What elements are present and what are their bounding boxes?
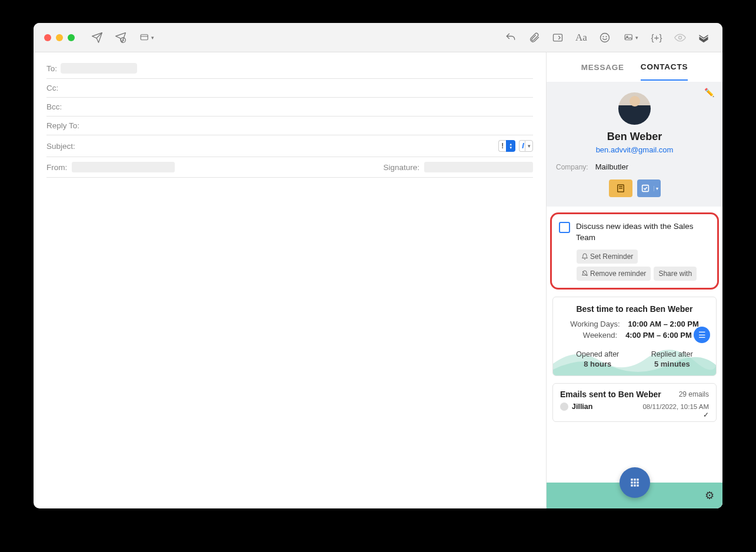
email-sender: Jillian bbox=[572, 403, 592, 411]
emoji-button[interactable] bbox=[597, 29, 613, 46]
minimize-window-button[interactable] bbox=[56, 34, 63, 41]
send-later-button[interactable] bbox=[112, 29, 129, 46]
task-item-highlighted: Discuss new ideas with the Sales Team Se… bbox=[550, 212, 719, 290]
bcc-label: Bcc: bbox=[46, 102, 62, 111]
svg-rect-23 bbox=[637, 484, 638, 486]
svg-rect-1 bbox=[141, 34, 148, 39]
svg-point-4 bbox=[601, 33, 610, 42]
photo-browser-button[interactable]: ▾ bbox=[620, 29, 641, 46]
from-label: From: bbox=[46, 163, 67, 172]
working-days-label: Working Days: bbox=[570, 320, 620, 328]
email-list-item[interactable]: Jillian 08/11/2022, 10:15 AM bbox=[560, 403, 709, 411]
attach-button[interactable] bbox=[526, 29, 542, 46]
cc-label: Cc: bbox=[46, 84, 58, 92]
priority-selector[interactable]: !▲▼ bbox=[498, 140, 515, 152]
contact-header: ✏️ Ben Weber ben.advvit@gmail.com Compan… bbox=[547, 82, 722, 207]
emails-sent-card: Emails sent to Ben Weber 29 emails Jilli… bbox=[552, 383, 717, 422]
svg-rect-22 bbox=[634, 484, 635, 486]
to-field[interactable]: To: bbox=[46, 58, 533, 79]
svg-rect-20 bbox=[637, 481, 638, 483]
reply-button[interactable] bbox=[502, 29, 519, 46]
contact-avatar bbox=[618, 92, 651, 125]
bcc-field[interactable]: Bcc: bbox=[46, 98, 533, 117]
svg-rect-17 bbox=[637, 478, 638, 480]
content-area: To: Cc: Bcc: Reply To: Subject: !▲▼ //▾ … bbox=[34, 52, 722, 508]
template-button[interactable]: {+} bbox=[648, 29, 665, 46]
sender-avatar bbox=[560, 403, 568, 411]
sidebar-panel: MESSAGE CONTACTS ✏️ Ben Weber ben.advvit… bbox=[546, 52, 722, 508]
signature-selector[interactable] bbox=[424, 162, 533, 172]
reply-to-field[interactable]: Reply To: bbox=[46, 117, 533, 135]
svg-point-9 bbox=[679, 36, 682, 39]
zoom-window-button[interactable] bbox=[68, 34, 75, 41]
weekend-value: 4:00 PM – 6:00 PM bbox=[625, 331, 692, 340]
reply-to-label: Reply To: bbox=[46, 121, 79, 130]
to-label: To: bbox=[46, 64, 57, 73]
share-with-button[interactable]: Share with bbox=[654, 267, 697, 281]
subject-label: Subject: bbox=[46, 142, 75, 151]
task-checkbox[interactable] bbox=[559, 222, 570, 233]
contact-name: Ben Weber bbox=[554, 131, 715, 143]
signature-label: Signature: bbox=[383, 163, 419, 172]
emails-count: 29 emails bbox=[679, 390, 709, 398]
svg-rect-15 bbox=[631, 478, 632, 480]
compose-pane: To: Cc: Bcc: Reply To: Subject: !▲▼ //▾ … bbox=[34, 52, 546, 508]
header-fields-button[interactable]: ▾ bbox=[136, 29, 157, 46]
company-label: Company: bbox=[556, 163, 588, 171]
svg-rect-19 bbox=[634, 481, 635, 483]
email-status-check-icon: ✓ bbox=[703, 411, 709, 419]
svg-rect-18 bbox=[631, 481, 632, 483]
window-toolbar: ▾ Aa ▾ {+} bbox=[34, 23, 722, 52]
from-signature-row: From: Signature: bbox=[46, 157, 533, 178]
read-receipt-selector[interactable]: //▾ bbox=[519, 140, 533, 152]
contact-email[interactable]: ben.advvit@gmail.com bbox=[554, 145, 715, 154]
svg-rect-7 bbox=[625, 34, 632, 39]
from-selector[interactable] bbox=[72, 162, 175, 172]
tab-contacts[interactable]: CONTACTS bbox=[641, 54, 688, 81]
to-value bbox=[61, 63, 137, 74]
weekend-label: Weekend: bbox=[577, 331, 617, 340]
apps-fab-button[interactable] bbox=[620, 467, 650, 498]
working-days-value: 10:00 AM – 2:00 PM bbox=[628, 320, 699, 328]
svg-point-5 bbox=[603, 36, 604, 36]
svg-point-6 bbox=[606, 36, 607, 36]
close-window-button[interactable] bbox=[44, 34, 51, 41]
subject-field[interactable]: Subject: !▲▼ //▾ bbox=[46, 135, 533, 157]
contact-tool-tabs: ▾ bbox=[554, 179, 715, 197]
company-value: Mailbutler bbox=[595, 162, 628, 171]
email-date: 08/11/2022, 10:15 AM bbox=[642, 403, 709, 410]
tasks-tab-button[interactable]: ▾ bbox=[637, 179, 661, 197]
details-button[interactable]: ☰ bbox=[694, 327, 710, 343]
best-time-title: Best time to reach Ben Weber bbox=[560, 304, 709, 314]
svg-rect-3 bbox=[554, 34, 562, 41]
format-button[interactable]: Aa bbox=[573, 29, 590, 46]
svg-rect-21 bbox=[631, 484, 632, 486]
task-description: Discuss new ideas with the Sales Team bbox=[576, 221, 710, 244]
tracking-button[interactable] bbox=[672, 29, 688, 46]
set-reminder-button[interactable]: Set Reminder bbox=[577, 250, 638, 264]
sidebar-tabs: MESSAGE CONTACTS bbox=[547, 52, 722, 82]
send-button[interactable] bbox=[89, 29, 105, 46]
compose-window: ▾ Aa ▾ {+} To: Cc: Bcc: Reply To: Subjec… bbox=[34, 23, 722, 508]
settings-button[interactable]: ⚙ bbox=[705, 489, 714, 502]
notes-tab-button[interactable] bbox=[609, 179, 632, 197]
traffic-lights bbox=[44, 34, 75, 41]
remove-reminder-button[interactable]: Remove reminder bbox=[577, 267, 651, 281]
replied-stat: Replied after5 minutes bbox=[651, 350, 693, 368]
best-time-card: Best time to reach Ben Weber Working Day… bbox=[552, 297, 717, 376]
emails-title: Emails sent to Ben Weber bbox=[560, 390, 661, 399]
mailbutler-button[interactable] bbox=[695, 29, 712, 46]
markup-button[interactable] bbox=[549, 29, 566, 46]
tab-message[interactable]: MESSAGE bbox=[581, 55, 624, 80]
svg-rect-16 bbox=[634, 478, 635, 480]
cc-field[interactable]: Cc: bbox=[46, 79, 533, 98]
edit-contact-button[interactable]: ✏️ bbox=[704, 88, 714, 97]
opened-stat: Opened after8 hours bbox=[576, 350, 619, 368]
